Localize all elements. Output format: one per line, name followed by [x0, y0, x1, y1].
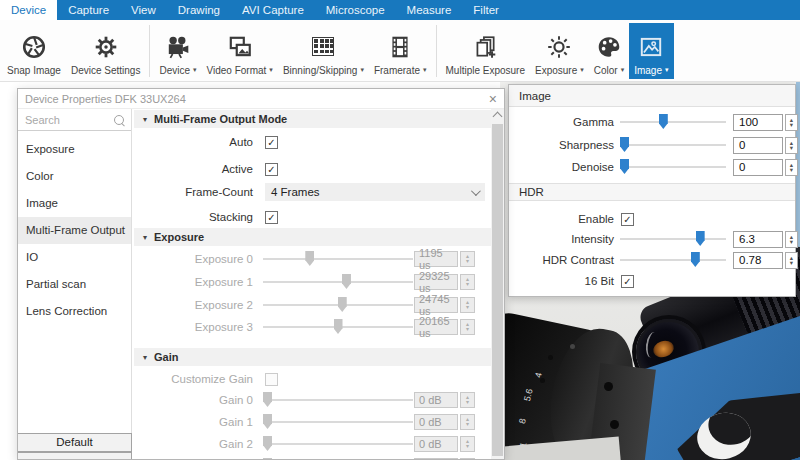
scrollbar-thumb[interactable]: [492, 124, 503, 456]
device-settings-button[interactable]: Device Settings: [66, 23, 145, 79]
exposure-button[interactable]: Exposure▾: [530, 23, 589, 79]
menu-item-measure[interactable]: Measure: [396, 0, 463, 20]
gain-2-value[interactable]: 0 dB: [414, 436, 458, 452]
intensity-label: Intensity: [509, 233, 614, 245]
dropdown-arrow-icon: ▾: [580, 66, 584, 74]
hdr-contrast-slider[interactable]: [620, 250, 726, 270]
exposure-3-spinner[interactable]: ▴▾: [460, 319, 475, 335]
gamma-slider[interactable]: [620, 112, 726, 132]
toolbar-button-label: Exposure▾: [535, 65, 584, 76]
section-header-multi-frame[interactable]: ▾ Multi-Frame Output Mode: [134, 110, 491, 128]
default-button[interactable]: Default: [18, 433, 132, 452]
menu-item-view[interactable]: View: [120, 0, 167, 20]
close-icon[interactable]: ×: [489, 92, 497, 106]
gain-0-slider[interactable]: [263, 390, 413, 410]
sidebar-item-image[interactable]: Image: [18, 190, 131, 217]
gain-0-spinner[interactable]: ▴▾: [460, 392, 475, 408]
binning-skipping-button[interactable]: Binning/Skipping▾: [278, 23, 369, 79]
denoise-value[interactable]: 0: [733, 159, 783, 176]
image-button[interactable]: Image▾: [629, 23, 673, 79]
gain-0-value[interactable]: 0 dB: [414, 392, 458, 408]
active-checkbox[interactable]: ✓: [265, 163, 278, 176]
gamma-spinner[interactable]: ▴▾: [785, 114, 798, 131]
hdr-intensity-row: Intensity 6.3 ▴▾: [509, 229, 795, 249]
exposure-3-slider[interactable]: [263, 317, 413, 337]
hdr-contrast-value[interactable]: 0.78: [733, 252, 783, 269]
section-header-exposure[interactable]: ▾ Exposure: [134, 228, 491, 246]
section-title: Multi-Frame Output Mode: [154, 113, 287, 125]
intensity-spinner[interactable]: ▴▾: [785, 231, 798, 248]
menu-item-drawing[interactable]: Drawing: [167, 0, 231, 20]
menu-item-device[interactable]: Device: [0, 0, 57, 20]
intensity-slider[interactable]: [620, 229, 726, 249]
exposure-0-spinner[interactable]: ▴▾: [460, 251, 475, 267]
menu-item-avi-capture[interactable]: AVI Capture: [231, 0, 315, 20]
sidebar-item-exposure[interactable]: Exposure: [18, 136, 131, 163]
gain-3-spinner[interactable]: ▴▾: [460, 458, 475, 459]
multiple-exposure-button[interactable]: Multiple Exposure: [441, 23, 530, 79]
denoise-spinner[interactable]: ▴▾: [785, 159, 798, 176]
section-header-gain[interactable]: ▾ Gain: [134, 348, 491, 366]
video-format-button[interactable]: Video Format▾: [202, 23, 278, 79]
gain-3-slider[interactable]: [263, 456, 413, 459]
exposure-1-value[interactable]: 29325 us: [414, 274, 458, 290]
toolbar-button-label: Image▾: [634, 65, 668, 76]
exposure-3-value[interactable]: 20165 us: [414, 319, 458, 335]
menu-item-microscope[interactable]: Microscope: [315, 0, 396, 20]
gain-1-spinner[interactable]: ▴▾: [460, 414, 475, 430]
search-input[interactable]: [23, 113, 114, 127]
gamma-value[interactable]: 100: [733, 114, 783, 131]
gain-2-label: Gain 2: [132, 438, 260, 450]
vertical-scrollbar[interactable]: [491, 109, 504, 459]
gain-1-value[interactable]: 0 dB: [414, 414, 458, 430]
exposure-2-slider[interactable]: [263, 295, 413, 315]
search-box[interactable]: [18, 109, 131, 131]
auto-checkbox[interactable]: ✓: [265, 136, 278, 149]
exposure-1-spinner[interactable]: ▴▾: [460, 274, 475, 290]
sidebar-item-multi-frame-output[interactable]: Multi-Frame Output: [18, 217, 131, 244]
exposure-0-label: Exposure 0: [132, 253, 260, 265]
menu-item-filter[interactable]: Filter: [462, 0, 510, 20]
gain-2-slider[interactable]: [263, 434, 413, 454]
exposure-2-value[interactable]: 24745 us: [414, 297, 458, 313]
exposure-0-value[interactable]: 1195 us: [414, 251, 458, 267]
menu-item-capture[interactable]: Capture: [57, 0, 120, 20]
hdr-contrast-row: HDR Contrast 0.78 ▴▾: [509, 250, 795, 270]
hdr-contrast-spinner[interactable]: ▴▾: [785, 252, 798, 269]
auto-row: Auto ✓: [132, 132, 491, 152]
sharpness-spinner[interactable]: ▴▾: [785, 137, 798, 154]
dropdown-arrow-icon: ▾: [360, 66, 364, 74]
framerate-button[interactable]: Framerate▾: [369, 23, 432, 79]
sidebar-item-partial-scan[interactable]: Partial scan: [18, 271, 131, 298]
frame-count-dropdown[interactable]: 4 Frames: [265, 183, 485, 201]
sidebar-item-io[interactable]: IO: [18, 244, 131, 271]
auto-label: Auto: [132, 136, 260, 148]
gain-3-value[interactable]: 0 dB: [414, 458, 458, 459]
sidebar-item-lens-correction[interactable]: Lens Correction: [18, 298, 131, 325]
sharpness-slider[interactable]: [620, 135, 726, 155]
toolbar-button-label: Framerate▾: [374, 65, 427, 76]
gain-1-slider[interactable]: [263, 412, 413, 432]
exposure-2-spinner[interactable]: ▴▾: [460, 297, 475, 313]
toolbar-button-label: Multiple Exposure: [446, 65, 525, 76]
sharpness-value[interactable]: 0: [733, 137, 783, 154]
exposure-1-slider[interactable]: [263, 272, 413, 292]
dialog-titlebar[interactable]: Device Properties DFK 33UX264 ×: [18, 89, 504, 109]
color-button[interactable]: Color▾: [589, 23, 629, 79]
scroll-up-icon[interactable]: [493, 112, 503, 122]
dropdown-arrow-icon: ▾: [193, 66, 197, 74]
gain-2-spinner[interactable]: ▴▾: [460, 436, 475, 452]
hdr-enable-checkbox[interactable]: ✓: [621, 213, 634, 226]
sidebar-item-color[interactable]: Color: [18, 163, 131, 190]
dialog-content: ▾ Multi-Frame Output Mode Auto ✓ Active …: [132, 109, 491, 459]
stacking-checkbox[interactable]: ✓: [265, 211, 278, 224]
snap-image-button[interactable]: Snap Image: [2, 23, 66, 79]
bit-16-checkbox[interactable]: ✓: [621, 275, 634, 288]
intensity-value[interactable]: 6.3: [733, 231, 783, 248]
customize-gain-checkbox[interactable]: ✓: [265, 373, 278, 386]
section-title: Exposure: [154, 231, 204, 243]
denoise-slider[interactable]: [620, 157, 726, 177]
device-button[interactable]: Device▾: [154, 23, 201, 79]
exposure-0-slider[interactable]: [263, 249, 413, 269]
exposure-1-label: Exposure 1: [132, 276, 260, 288]
